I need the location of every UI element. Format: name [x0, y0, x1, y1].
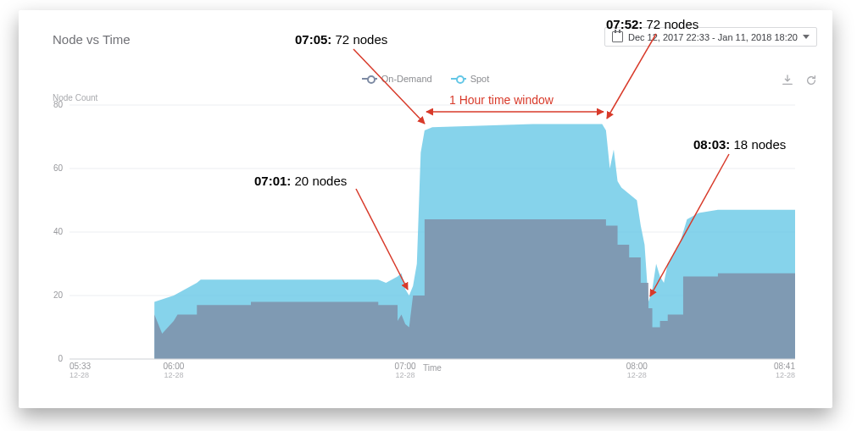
date-range-label: Dec 12, 2017 22:33 - Jan 11, 2018 18:20 [628, 32, 798, 42]
annot-0701: 07:01: 20 nodes [254, 174, 347, 188]
svg-text:20: 20 [53, 290, 64, 300]
svg-text:12-28: 12-28 [776, 371, 795, 379]
annot-0752: 07:52: 72 nodes [606, 17, 698, 31]
dashboard-card: Node vs Time Dec 12, 2017 22:33 - Jan 11… [19, 10, 832, 408]
legend-swatch-on-demand [362, 78, 377, 80]
svg-text:12-28: 12-28 [627, 371, 647, 379]
legend-label-on-demand: On-Demand [381, 74, 432, 84]
chevron-down-icon [803, 35, 810, 39]
chart-title: Node vs Time [53, 32, 131, 47]
svg-text:06:00: 06:00 [163, 362, 184, 371]
svg-text:07:00: 07:00 [395, 362, 416, 371]
legend-item-on-demand[interactable]: On-Demand [362, 74, 432, 84]
annot-0803: 08:03: 18 nodes [693, 137, 786, 152]
chart-legend: On-Demand Spot [19, 74, 832, 84]
legend-label-spot: Spot [470, 74, 490, 84]
svg-text:0: 0 [58, 354, 63, 363]
calendar-icon [612, 31, 623, 42]
annot-window-label: 1 Hour time window [449, 93, 554, 107]
svg-text:12-28: 12-28 [164, 371, 183, 379]
download-icon[interactable] [782, 75, 793, 90]
refresh-icon[interactable] [805, 75, 817, 90]
svg-text:80: 80 [53, 100, 64, 109]
svg-text:12-28: 12-28 [70, 371, 89, 379]
annot-0705: 07:05: 72 nodes [295, 32, 387, 47]
svg-text:Time: Time [423, 363, 442, 373]
svg-text:60: 60 [53, 163, 64, 173]
svg-text:08:41: 08:41 [774, 362, 795, 371]
svg-text:12-28: 12-28 [396, 371, 415, 379]
chart-toolbar [782, 75, 817, 90]
svg-text:08:00: 08:00 [626, 362, 648, 371]
svg-text:40: 40 [53, 227, 64, 236]
svg-text:05:33: 05:33 [70, 362, 91, 371]
chart-plot-area: 02040608005:3312-2806:0012-2807:0012-280… [70, 105, 795, 359]
legend-swatch-spot [451, 78, 466, 80]
legend-item-spot[interactable]: Spot [451, 74, 490, 84]
